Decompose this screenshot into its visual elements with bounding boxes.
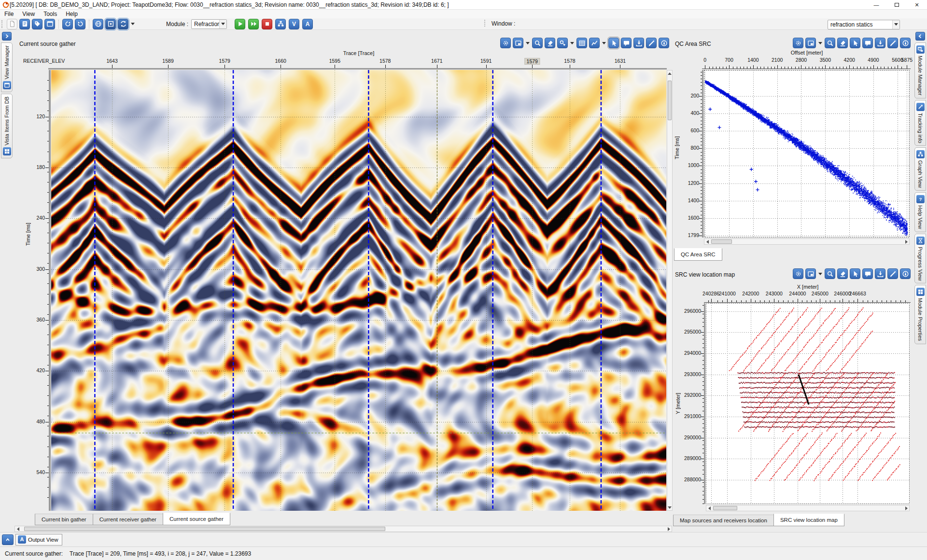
sidebar-tab-tracking-info[interactable]: Tracking info xyxy=(914,100,926,146)
zoom-icon[interactable] xyxy=(825,38,835,48)
redo-circle-icon[interactable] xyxy=(62,19,73,29)
scroll-arrow-icon[interactable] xyxy=(704,239,710,244)
settings-icon[interactable] xyxy=(500,38,511,48)
tab-current-receiver-gather[interactable]: Current receiver gather xyxy=(93,514,163,525)
scroll-arrow-icon[interactable] xyxy=(667,504,672,510)
chart-icon[interactable] xyxy=(589,38,600,48)
annotate-icon[interactable] xyxy=(862,38,873,48)
settings-icon[interactable] xyxy=(793,38,803,48)
tab-map-sources-and-receivers-location[interactable]: Map sources and receivers location xyxy=(673,515,774,526)
toolbar-grip[interactable] xyxy=(1,20,4,28)
select-cursor-icon[interactable] xyxy=(850,38,860,48)
settings-icon[interactable] xyxy=(793,268,803,279)
tab-current-bin-gather[interactable]: Current bin gather xyxy=(35,514,93,525)
dropdown-caret-icon[interactable] xyxy=(818,42,822,44)
zoom-icon[interactable] xyxy=(825,268,835,279)
scroll-thumb[interactable] xyxy=(711,239,731,244)
window-icon[interactable] xyxy=(44,19,55,29)
draw-icon[interactable] xyxy=(887,38,898,48)
seismic-gather-view[interactable] xyxy=(51,70,666,511)
new-document-icon[interactable] xyxy=(7,19,17,29)
sidebar-tab-graph-view[interactable]: Graph View xyxy=(914,147,926,191)
main-vertical-scrollbar[interactable] xyxy=(667,70,673,511)
compass-icon[interactable] xyxy=(900,268,911,279)
select-cursor-icon[interactable] xyxy=(850,268,860,279)
fast-forward-icon[interactable] xyxy=(248,19,259,29)
module-combobox[interactable]: Refraction xyxy=(191,19,227,29)
sidebar-tab-progress-view[interactable]: Progress View xyxy=(914,234,926,284)
tab-src-view-location-map[interactable]: SRC view location map xyxy=(773,514,844,526)
import-icon[interactable] xyxy=(875,38,885,48)
tab-current-source-gather[interactable]: Current source gather xyxy=(163,513,230,525)
select-cursor-icon[interactable] xyxy=(608,38,619,48)
minimize-button[interactable]: — xyxy=(866,0,886,10)
fit-view-icon[interactable] xyxy=(105,19,116,29)
qc-horizontal-scrollbar[interactable] xyxy=(704,238,910,245)
close-button[interactable]: ✕ xyxy=(907,0,927,10)
table-icon[interactable] xyxy=(576,38,587,48)
play-icon[interactable] xyxy=(235,19,245,29)
scroll-thumb[interactable] xyxy=(713,506,737,510)
save-icon[interactable] xyxy=(19,19,30,29)
dropdown-caret-icon[interactable] xyxy=(131,23,135,25)
annotate-icon[interactable] xyxy=(862,268,873,279)
qc-area-src-tab[interactable]: QC Area SRC xyxy=(674,248,722,261)
dropdown-caret-icon[interactable] xyxy=(818,273,822,275)
erase-icon[interactable] xyxy=(545,38,555,48)
main-horizontal-scrollbar[interactable] xyxy=(14,526,672,532)
erase-icon[interactable] xyxy=(837,268,848,279)
velocity-icon[interactable]: V xyxy=(289,19,299,29)
qc-offset-time-plot[interactable] xyxy=(704,70,910,238)
panel-layout-icon[interactable] xyxy=(513,38,523,48)
amplitude-icon[interactable]: A xyxy=(302,19,313,29)
menu-view[interactable]: View xyxy=(18,10,39,18)
panel-layout-icon[interactable] xyxy=(805,268,816,279)
output-view-button[interactable]: A Output View xyxy=(15,534,62,546)
scroll-thumb[interactable] xyxy=(24,527,385,531)
undo-circle-icon[interactable] xyxy=(75,19,85,29)
map-horizontal-scrollbar[interactable] xyxy=(706,505,910,511)
dropdown-caret-icon[interactable] xyxy=(570,42,574,44)
zoom-icon[interactable] xyxy=(532,38,543,48)
scroll-arrow-icon[interactable] xyxy=(666,526,672,532)
sidebar-tab-vista-items-from-db[interactable]: Vista Items From DB xyxy=(1,94,13,158)
draw-icon[interactable] xyxy=(887,268,898,279)
scroll-arrow-icon[interactable] xyxy=(706,505,712,511)
scroll-thumb[interactable] xyxy=(668,81,672,120)
panel-layout-icon[interactable] xyxy=(805,38,816,48)
menu-tools[interactable]: Tools xyxy=(39,10,61,18)
sidebar-tab-view-manager[interactable]: View Manager xyxy=(1,42,13,92)
scroll-arrow-icon[interactable] xyxy=(667,70,672,76)
window-combo-caret-icon[interactable] xyxy=(892,20,899,29)
scroll-arrow-icon[interactable] xyxy=(903,239,909,244)
tag-icon[interactable] xyxy=(32,19,42,29)
menu-help[interactable]: Help xyxy=(61,10,82,18)
refresh-icon[interactable] xyxy=(118,19,128,29)
src-location-map-plot[interactable] xyxy=(706,303,910,504)
annotate-icon[interactable] xyxy=(621,38,632,48)
maximize-button[interactable] xyxy=(886,0,907,10)
import-icon[interactable] xyxy=(875,268,885,279)
zoom-select-icon[interactable] xyxy=(557,38,568,48)
menu-file[interactable]: File xyxy=(0,10,18,18)
collapse-right-strip-button[interactable] xyxy=(915,32,925,41)
erase-icon[interactable] xyxy=(837,38,848,48)
compass-icon[interactable] xyxy=(659,38,669,48)
sidebar-tab-module-properties[interactable]: Module Properties xyxy=(914,285,926,344)
scroll-arrow-icon[interactable] xyxy=(903,505,909,511)
window-combobox[interactable]: refraction statics xyxy=(828,20,900,29)
toolbar-grip2[interactable] xyxy=(484,20,485,27)
expand-output-button[interactable] xyxy=(2,534,14,545)
dropdown-caret-icon[interactable] xyxy=(526,42,530,44)
import-icon[interactable] xyxy=(633,38,644,48)
flowchart-icon[interactable] xyxy=(275,19,286,29)
scroll-arrow-icon[interactable] xyxy=(15,526,21,532)
expand-left-strip-button[interactable] xyxy=(2,32,12,41)
sidebar-tab-module-manager[interactable]: Module Manager xyxy=(914,42,926,98)
stop-icon[interactable] xyxy=(262,19,272,29)
dropdown-caret-icon[interactable] xyxy=(602,42,606,44)
compass-icon[interactable] xyxy=(900,38,911,48)
draw-icon[interactable] xyxy=(646,38,657,48)
globe-icon[interactable] xyxy=(93,19,103,29)
sidebar-tab-help-view[interactable]: ?Help View xyxy=(914,192,926,232)
